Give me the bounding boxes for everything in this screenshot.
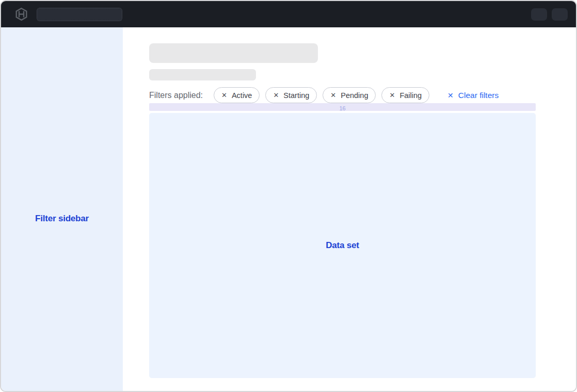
top-navbar (1, 1, 576, 27)
data-set-area: Data set (149, 113, 536, 378)
remove-filter-icon: ✕ (389, 92, 395, 99)
nav-action-placeholder-1[interactable] (531, 8, 547, 21)
record-count: 16 (339, 105, 345, 111)
filter-chip-label: Active (232, 91, 252, 100)
filter-chip-label: Failing (399, 91, 422, 100)
close-icon: ✕ (447, 92, 454, 99)
main-content: Filters applied: ✕ Active ✕ Starting ✕ P… (123, 27, 576, 391)
filter-chip-failing[interactable]: ✕ Failing (381, 87, 429, 103)
filters-applied-row: Filters applied: ✕ Active ✕ Starting ✕ P… (149, 87, 566, 103)
app-window: Filter sidebar Filters applied: ✕ Active… (0, 0, 577, 392)
hashicorp-logo-icon (15, 7, 28, 21)
nav-actions (531, 8, 568, 21)
nav-action-placeholder-2[interactable] (552, 8, 568, 21)
clear-filters-link[interactable]: ✕ Clear filters (447, 91, 499, 100)
filter-sidebar: Filter sidebar (1, 27, 123, 391)
remove-filter-icon: ✕ (221, 92, 227, 99)
page-subtitle-placeholder (149, 69, 256, 80)
record-count-bar: 16 (149, 103, 536, 111)
clear-filters-label: Clear filters (458, 91, 499, 100)
data-set-label: Data set (326, 240, 359, 251)
filter-chip-starting[interactable]: ✕ Starting (265, 87, 317, 103)
filter-chip-label: Pending (341, 91, 368, 100)
page-title-placeholder (149, 43, 318, 63)
nav-search-placeholder[interactable] (37, 8, 122, 21)
filter-chip-label: Starting (283, 91, 309, 100)
filter-chip-pending[interactable]: ✕ Pending (323, 87, 376, 103)
filters-applied-label: Filters applied: (149, 91, 203, 100)
remove-filter-icon: ✕ (330, 92, 336, 99)
filter-sidebar-label: Filter sidebar (1, 214, 123, 224)
remove-filter-icon: ✕ (273, 92, 279, 99)
filter-chip-active[interactable]: ✕ Active (214, 87, 260, 103)
